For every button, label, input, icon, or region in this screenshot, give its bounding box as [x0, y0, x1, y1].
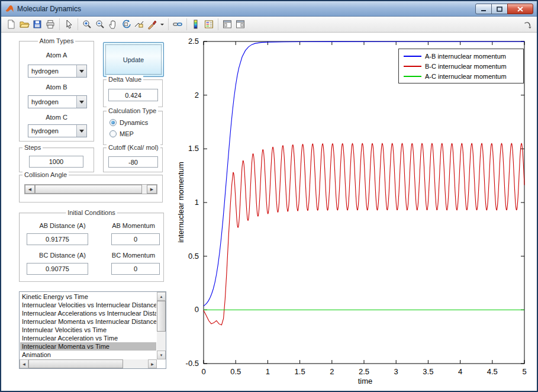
x-tick-label: 2 — [330, 367, 334, 376]
list-item[interactable]: Internulear Velocities vs Time — [20, 326, 156, 334]
delta-value-field[interactable] — [108, 89, 158, 101]
scroll-thumb[interactable] — [157, 301, 166, 332]
scroll-thumb[interactable] — [28, 359, 123, 368]
show-plot-tools-button[interactable] — [234, 18, 247, 31]
chart-legend[interactable]: A-B internuclear momentum B-C internucle… — [398, 49, 524, 83]
cutoff-field[interactable] — [108, 156, 158, 168]
y-tick-label: 2.5 — [188, 37, 199, 46]
list-item[interactable]: Internuclear Velocities vs Internuclear … — [20, 301, 156, 309]
chevron-down-icon[interactable] — [76, 125, 86, 137]
pan-button[interactable] — [107, 18, 120, 31]
zoom-out-button[interactable] — [94, 18, 107, 31]
brush-data-button[interactable] — [146, 18, 159, 31]
bc-momentum-field[interactable] — [111, 263, 160, 275]
edit-plot-button[interactable] — [62, 18, 75, 31]
plot-type-listbox[interactable]: Kinetic Energy vs TimeInternuclear Veloc… — [19, 291, 166, 369]
minimize-button[interactable] — [475, 4, 492, 14]
x-tick-label: 1.5 — [295, 367, 305, 376]
atom-b-value: hydrogen — [28, 98, 76, 105]
rotate-3d-button[interactable] — [120, 18, 133, 31]
list-item[interactable]: Internuclear Momenta vs Time — [20, 342, 156, 351]
radio-mep-label: MEP — [120, 130, 134, 137]
radio-dynamics[interactable]: Dynamics — [109, 119, 148, 126]
scroll-right-arrow[interactable]: ▶ — [148, 359, 157, 368]
listbox-horizontal-scrollbar[interactable]: ◀ ▶ — [20, 359, 157, 368]
open-file-button[interactable] — [18, 18, 31, 31]
list-item[interactable]: Kinetic Energy vs Time — [20, 293, 156, 301]
ab-distance-field[interactable] — [27, 233, 88, 245]
y-axis-label: internuclear momentum — [176, 114, 185, 291]
x-tick-label: 3 — [394, 367, 398, 376]
list-item[interactable]: Animation — [20, 351, 156, 359]
titlebar[interactable]: Molecular Dynamics — [1, 1, 537, 17]
legend-line-sample — [404, 76, 421, 77]
figure-toolbar — [1, 17, 537, 33]
legend-label: A-B internuclear momentum — [425, 53, 506, 60]
ab-momentum-field[interactable] — [111, 233, 160, 245]
slider-track[interactable] — [142, 185, 147, 194]
brush-dropdown-arrow-icon[interactable] — [159, 18, 166, 31]
y-tick-label: 0.5 — [188, 252, 199, 261]
atom-a-select[interactable]: hydrogen — [28, 65, 87, 78]
initial-conditions-panel: Initial Conditions AB Distance (A) AB Mo… — [19, 213, 164, 282]
dock-figure-icon[interactable] — [521, 18, 534, 31]
close-button[interactable] — [507, 4, 533, 14]
scroll-track[interactable] — [123, 359, 148, 368]
toolbar-separator — [186, 18, 187, 30]
plot-area[interactable]: 00.511.522.533.544.55-0.500.511.522.5 — [170, 34, 534, 389]
list-item[interactable]: Internuclear Acceleration vs Time — [20, 334, 156, 342]
chevron-down-icon[interactable] — [76, 96, 86, 108]
collision-angle-slider[interactable]: ◀ ▶ — [24, 184, 157, 194]
bc-distance-label: BC Distance (A) — [25, 252, 99, 259]
axes-box — [204, 41, 524, 364]
link-plot-button[interactable] — [171, 18, 184, 31]
data-cursor-button[interactable] — [133, 18, 146, 31]
x-tick-label: 0.5 — [230, 367, 241, 376]
scroll-left-arrow[interactable]: ◀ — [20, 359, 28, 368]
scroll-down-arrow[interactable]: ▼ — [157, 351, 166, 359]
bc-distance-field[interactable] — [27, 263, 88, 275]
slider-left-arrow[interactable]: ◀ — [25, 185, 35, 194]
scroll-track[interactable] — [157, 332, 166, 351]
slider-right-arrow[interactable]: ▶ — [147, 185, 157, 194]
cutoff-panel: Cutoff (Kcal/ mol) — [103, 147, 163, 172]
y-tick-label: -0.5 — [186, 359, 199, 368]
update-button[interactable]: Update — [103, 42, 164, 77]
bc-momentum-label: BC Momentum — [105, 252, 162, 259]
slider-thumb[interactable] — [35, 185, 142, 194]
legend-label: A-C internuclear momentum — [425, 73, 507, 80]
atom-b-select[interactable]: hydrogen — [28, 95, 87, 108]
listbox-vertical-scrollbar[interactable]: ▲ ▼ — [157, 292, 166, 359]
chevron-down-icon[interactable] — [76, 65, 86, 77]
ab-momentum-label: AB Momentum — [105, 222, 162, 229]
x-tick-label: 3.5 — [423, 367, 433, 376]
maximize-button[interactable] — [491, 4, 508, 14]
atom-c-value: hydrogen — [28, 127, 76, 134]
atom-b-label: Atom B — [20, 83, 94, 91]
toolbar-separator — [218, 18, 218, 30]
scroll-up-arrow[interactable]: ▲ — [157, 292, 166, 301]
steps-field[interactable] — [29, 156, 83, 168]
atom-c-select[interactable]: hydrogen — [28, 124, 87, 137]
hide-plot-tools-button[interactable] — [221, 18, 234, 31]
delta-value-title: Delta Value — [107, 75, 143, 83]
list-item[interactable]: Internuclear Accelerations vs Internucle… — [20, 309, 156, 317]
radio-mep[interactable]: MEP — [109, 130, 134, 137]
list-item[interactable]: Internuclear Momenta vs Internuclear Dis… — [20, 317, 156, 326]
window: Molecular Dynamics Atom Ty — [0, 0, 538, 392]
y-tick-label: 2 — [195, 91, 199, 99]
print-figure-button[interactable] — [44, 18, 57, 31]
insert-colorbar-button[interactable] — [189, 18, 202, 31]
legend-entry: A-B internuclear momentum — [399, 51, 523, 61]
radio-button-icon[interactable] — [109, 119, 117, 126]
legend-line-sample — [404, 66, 421, 67]
insert-legend-button[interactable] — [202, 18, 215, 31]
calculation-type-panel: Calculation Type Dynamics MEP — [103, 111, 163, 145]
x-tick-label: 0 — [201, 367, 205, 376]
steps-title: Steps — [22, 143, 43, 152]
radio-button-icon[interactable] — [109, 130, 117, 137]
save-figure-button[interactable] — [31, 18, 44, 31]
new-figure-button[interactable] — [5, 18, 18, 31]
zoom-in-button[interactable] — [80, 18, 94, 31]
legend-label: B-C internuclear momentum — [425, 63, 507, 70]
